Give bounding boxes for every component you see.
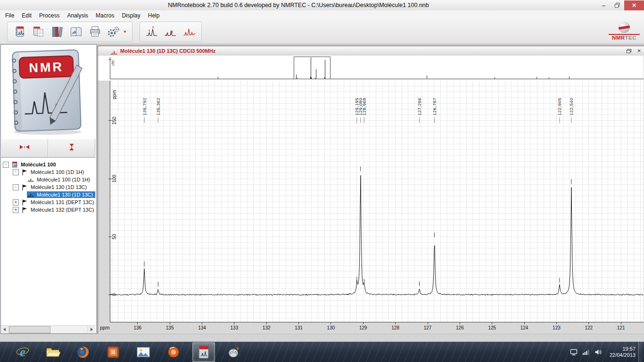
svg-text:123: 123 (553, 325, 561, 330)
scroll-left-arrow[interactable] (1, 326, 9, 333)
svg-text:131: 131 (295, 325, 303, 330)
tree-expander[interactable]: - (13, 169, 19, 175)
svg-text:122,905: 122,905 (557, 98, 562, 115)
nmr-logo-graphic: NMR (6, 46, 90, 137)
notebook-page-icon[interactable] (29, 23, 48, 41)
tree-item-label: Molécule1 130 (1D 13C) (29, 184, 88, 190)
collapse-vertical-icon (68, 143, 75, 153)
tree-expander[interactable]: - (13, 184, 19, 190)
overview-canvas: 150 (98, 56, 644, 81)
svg-text:100: 100 (112, 174, 117, 182)
tree-item-mol-cule1-100[interactable]: -Molécule1 100 (1, 161, 95, 168)
window-title: NMRnotebook 2.70 build 0.6 developed by … (0, 2, 597, 8)
collapse-horizontal-button[interactable] (1, 139, 48, 157)
svg-text:129: 129 (359, 325, 367, 330)
clock-time: 19:57 (610, 346, 636, 352)
taskbar-app-gimp[interactable] (223, 342, 245, 362)
svg-text:132: 132 (263, 325, 271, 330)
taskbar-app-photo-viewer[interactable] (132, 342, 155, 362)
svg-text:126,787: 126,787 (432, 98, 437, 115)
taskbar-clock[interactable]: 19:57 22/04/2013 (610, 346, 636, 358)
flag-icon (21, 199, 28, 206)
display-icon[interactable] (570, 348, 578, 356)
taskbar-app-media-app[interactable] (102, 342, 124, 362)
brand-nmr: NMR (612, 35, 625, 41)
tree-item-mol-cule1-132-dept-13c[interactable]: +Molécule1 132 (DEPT 13C) (1, 206, 95, 214)
svg-text:NMR: NMR (29, 60, 64, 75)
taskbar-app-file-explorer[interactable] (41, 342, 64, 362)
scrollbar-thumb[interactable] (9, 326, 50, 333)
menu-bar: FileEditProcessAnalysisMacrosDisplayHelp (0, 10, 644, 21)
spectrum-window: Molécule1 130 (1D 13C) CDCl3 500MHz × 15… (98, 46, 644, 335)
svg-text:133: 133 (231, 325, 239, 330)
svg-text:126: 126 (456, 325, 464, 330)
menu-analysis[interactable]: Analysis (63, 11, 92, 20)
svg-text:128: 128 (391, 325, 399, 330)
close-button[interactable]: × (624, 0, 644, 10)
clock-date: 22/04/2013 (610, 352, 636, 358)
printer-icon[interactable] (85, 23, 104, 41)
tree-item-mol-cule1-130-1d-13c[interactable]: Molécule1 130 (1D 13C) (1, 191, 95, 198)
toolbar-group-spectrum (140, 22, 202, 42)
window-titlebar: NMRnotebook 2.70 build 0.6 developed by … (0, 0, 644, 11)
toolbar: ▼ NMRTEC (0, 20, 644, 44)
restore-button[interactable] (611, 0, 624, 10)
collapse-vertical-button[interactable] (48, 139, 95, 157)
network-icon[interactable] (582, 348, 590, 356)
taskbar-app-nmrnotebook[interactable] (192, 342, 215, 362)
nmrtec-logo: NMRTEC (609, 22, 640, 41)
taskbar-app-browser-orange[interactable] (162, 342, 185, 362)
collapse-horizontal-icon (18, 143, 31, 153)
svg-text:135,792: 135,792 (142, 98, 147, 115)
book-spectrum-icon[interactable] (66, 23, 85, 41)
volume-icon[interactable] (594, 348, 602, 356)
tree-item-mol-cule1-100-1d-1h[interactable]: -Molécule1 100 (1D 1H) (1, 168, 95, 176)
tree-item-mol-cule1-130-1d-13c[interactable]: -Molécule1 130 (1D 13C) (1, 183, 95, 191)
svg-text:150: 150 (112, 116, 117, 124)
flag-icon (21, 184, 28, 190)
doc-window-controls: × (625, 48, 643, 54)
tree-item-label: Molécule1 100 (19, 161, 58, 168)
tree-expander[interactable]: - (3, 162, 9, 168)
library-icon[interactable] (48, 23, 66, 41)
doc-close-button[interactable]: × (636, 48, 643, 54)
notebook-icon[interactable] (10, 23, 29, 41)
tree-collapse-buttons (1, 139, 95, 158)
svg-text:135,362: 135,362 (156, 98, 161, 115)
menu-process[interactable]: Process (35, 11, 63, 20)
spectrum-overview[interactable]: 150 (98, 56, 644, 81)
svg-text:134: 134 (198, 325, 206, 330)
peak-pick-icon[interactable] (142, 23, 161, 41)
svg-text:ppm: ppm (112, 90, 117, 99)
minimize-button[interactable]: – (597, 0, 611, 10)
taskbar-app-firefox[interactable] (72, 342, 94, 362)
menu-macros[interactable]: Macros (92, 11, 118, 20)
spectrum-icon[interactable] (180, 23, 199, 41)
taskbar-app-internet-explorer[interactable]: e (11, 342, 34, 362)
nmrtec-brand: NMRTEC (609, 34, 640, 41)
tree-item-mol-cule1-100-1d-1h[interactable]: Molécule1 100 (1D 1H) (1, 176, 95, 183)
tree-item-mol-cule1-131-dept-13c[interactable]: +Molécule1 131 (DEPT 13C) (1, 198, 95, 206)
sidebar-scrollbar-horizontal[interactable] (1, 325, 95, 333)
svg-text:124: 124 (520, 325, 528, 330)
gears-icon[interactable] (104, 23, 123, 41)
tree-expander[interactable]: + (13, 199, 19, 206)
tree-expander[interactable]: + (13, 207, 19, 213)
show-desktop-button[interactable] (638, 342, 642, 362)
scroll-right-arrow[interactable] (87, 326, 95, 333)
svg-text:122: 122 (585, 325, 593, 330)
spectrum-icon (27, 192, 34, 198)
doc-restore-button[interactable] (625, 48, 632, 54)
menu-file[interactable]: File (1, 11, 18, 20)
menu-display[interactable]: Display (118, 11, 144, 20)
tree-item-label: Molécule1 131 (DEPT 13C) (29, 199, 95, 206)
svg-text:127,256: 127,256 (417, 98, 422, 115)
system-tray: 19:57 22/04/2013 (570, 342, 642, 362)
spectrum-window-titlebar[interactable]: Molécule1 130 (1D 13C) CDCl3 500MHz × (98, 46, 644, 56)
integrals-icon[interactable] (161, 23, 180, 41)
svg-text:128,968: 128,968 (362, 98, 367, 115)
menu-help[interactable]: Help (144, 11, 164, 20)
menu-edit[interactable]: Edit (18, 11, 35, 20)
gears-dropdown-arrow[interactable]: ▼ (123, 30, 127, 34)
spectrum-plot[interactable]: 1361351341331321311301291281271261251241… (98, 81, 644, 333)
